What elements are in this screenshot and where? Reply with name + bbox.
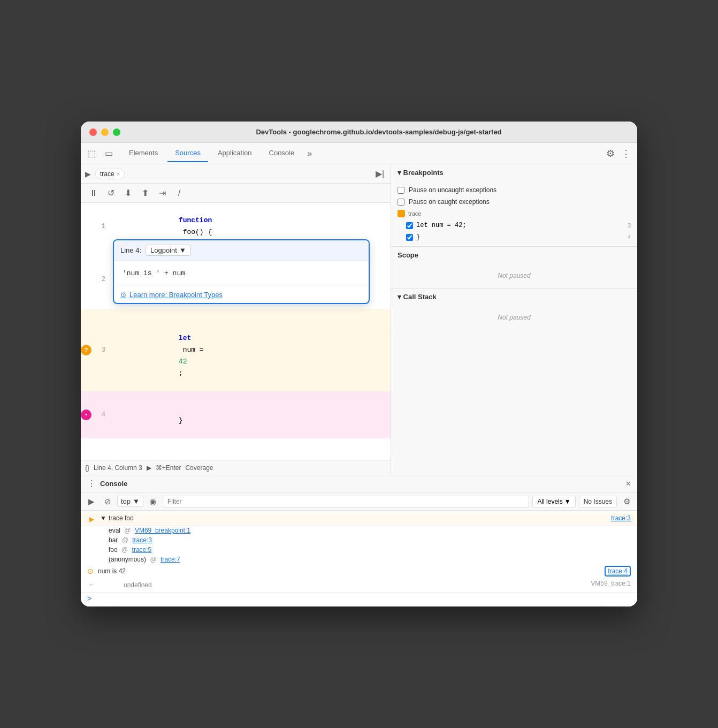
mobile-icon[interactable]: ▭ bbox=[102, 147, 115, 160]
console-settings-icon[interactable]: ⚙ bbox=[620, 495, 633, 508]
status-bar: {} Line 4, Column 3 ▶ ⌘+Enter Coverage bbox=[81, 460, 391, 475]
code-text-3b: ; bbox=[179, 369, 183, 377]
indent-4 bbox=[179, 405, 195, 413]
code-lines: 1 function foo() { 2 bbox=[81, 203, 391, 438]
bp-checkbox-line4[interactable] bbox=[406, 234, 413, 241]
line-num-area-3: ? 3 bbox=[81, 344, 110, 356]
console-prompt[interactable]: > bbox=[81, 593, 637, 604]
pause-caught-label: Pause on caught exceptions bbox=[409, 198, 490, 206]
pause-uncaught-checkbox[interactable] bbox=[398, 187, 404, 194]
cursor-icon[interactable]: ⬚ bbox=[85, 147, 98, 160]
trace-entry-content: ▼ trace foo bbox=[100, 514, 607, 522]
indent-3 bbox=[179, 322, 212, 330]
run-icon[interactable]: ▶ bbox=[147, 464, 151, 472]
logpoint-line-label: Line 4: bbox=[120, 246, 141, 254]
line-content-4: } bbox=[110, 391, 391, 438]
top-context-selector[interactable]: top ▼ bbox=[117, 496, 143, 507]
panel-toggle-icon[interactable]: ▶ bbox=[85, 170, 91, 178]
learn-more-icon: ⊙ bbox=[120, 291, 126, 299]
console-block-icon[interactable]: ⊘ bbox=[101, 495, 114, 508]
code-text-1: foo() { bbox=[179, 228, 212, 236]
tab-sources[interactable]: Sources bbox=[167, 145, 208, 162]
run-shortcut: ⌘+Enter bbox=[156, 464, 181, 472]
logpoint-header: Line 4: Logpoint ▼ bbox=[114, 240, 369, 261]
bp-checkbox-line3[interactable] bbox=[406, 222, 413, 229]
top-arrow: ▼ bbox=[133, 497, 140, 505]
logpoint-dropdown-arrow: ▼ bbox=[179, 246, 186, 254]
trace-label: trace foo bbox=[109, 514, 134, 522]
title-bar: DevTools - googlechrome.github.io/devtoo… bbox=[81, 122, 637, 143]
console-filter-input[interactable] bbox=[163, 496, 529, 507]
code-line-3: ? 3 let num = 42 ; bbox=[81, 309, 391, 391]
scope-title: Scope bbox=[398, 251, 418, 259]
top-nav: ⬚ ▭ Elements Sources Application Console… bbox=[81, 143, 637, 164]
resume-button[interactable]: ⇥ bbox=[156, 187, 169, 200]
result-text: num is 42 bbox=[98, 567, 126, 575]
more-options-icon[interactable]: ⋮ bbox=[621, 148, 631, 160]
line-num-area-1: 1 bbox=[81, 221, 110, 232]
close-button[interactable] bbox=[89, 128, 97, 136]
braces-icon[interactable]: {} bbox=[85, 464, 89, 472]
breakpoints-content: Pause on uncaught exceptions Pause on ca… bbox=[391, 181, 637, 246]
deactivate-button[interactable]: / bbox=[173, 187, 186, 200]
pause-caught-row: Pause on caught exceptions bbox=[398, 196, 631, 208]
tab-console[interactable]: Console bbox=[262, 145, 302, 162]
step-over-button[interactable]: ↺ bbox=[104, 187, 117, 200]
trace-link-foo[interactable]: trace:5 bbox=[132, 546, 152, 553]
window-title: DevTools - googlechrome.github.io/devtoo… bbox=[129, 128, 629, 136]
tab-application[interactable]: Application bbox=[210, 145, 259, 162]
console-undefined-entry: ← undefined VM59_trace:1 bbox=[81, 578, 637, 593]
step-into-button[interactable]: ⬇ bbox=[121, 187, 134, 200]
step-out-button[interactable]: ⬆ bbox=[139, 187, 151, 200]
trace-link-eval[interactable]: VM69_breakpoint:1 bbox=[135, 527, 190, 534]
learn-more-link[interactable]: ⊙ Learn more: Breakpoint Types bbox=[120, 291, 362, 299]
trace-link-anon[interactable]: trace:7 bbox=[161, 556, 180, 563]
pause-button[interactable]: ⏸ bbox=[87, 187, 100, 200]
bp-item-line4: } 4 bbox=[398, 231, 631, 243]
sources-toolbar: ▶ trace × ▶| bbox=[81, 164, 391, 184]
three-dots-icon[interactable]: ⋮ bbox=[87, 479, 96, 489]
tab-elements[interactable]: Elements bbox=[121, 145, 165, 162]
console-title: Console bbox=[100, 480, 127, 488]
trace-sub-anonymous: (anonymous) @ trace:7 bbox=[81, 555, 637, 564]
bp-orange-icon bbox=[398, 210, 405, 217]
console-panel-toggle[interactable]: ▶ bbox=[85, 495, 98, 508]
trace-link-bar[interactable]: trace:3 bbox=[132, 536, 152, 544]
breakpoints-header[interactable]: ▾ Breakpoints bbox=[391, 164, 637, 181]
all-levels-dropdown[interactable]: All levels ▼ bbox=[532, 496, 575, 507]
scope-header[interactable]: Scope bbox=[391, 247, 637, 263]
no-issues-button[interactable]: No Issues bbox=[579, 496, 617, 507]
sources-toolbar-right: ▶| bbox=[129, 168, 386, 180]
trace-sub-label-eval: eval bbox=[109, 527, 120, 534]
minimize-button[interactable] bbox=[101, 128, 109, 136]
settings-icon[interactable]: ⚙ bbox=[606, 148, 615, 160]
logpoint-type-dropdown[interactable]: Logpoint ▼ bbox=[146, 245, 191, 256]
trace-header[interactable]: ▼ trace foo bbox=[100, 514, 607, 522]
coverage-label[interactable]: Coverage bbox=[185, 464, 213, 472]
more-tabs-button[interactable]: » bbox=[304, 147, 315, 161]
pause-caught-checkbox[interactable] bbox=[398, 199, 404, 206]
trace-at-foo: @ bbox=[121, 546, 128, 553]
file-tab[interactable]: trace × bbox=[95, 169, 125, 179]
bp-file-item: trace bbox=[398, 208, 631, 219]
logpoint-type-label: Logpoint bbox=[150, 246, 177, 254]
sources-right-icon[interactable]: ▶| bbox=[373, 168, 386, 180]
console-eye-icon[interactable]: ◉ bbox=[147, 495, 159, 508]
call-stack-section: ▾ Call Stack Not paused bbox=[391, 289, 637, 330]
line-num-area-2: 2 bbox=[81, 274, 110, 285]
breakpoint-badge-pink[interactable]: • bbox=[81, 410, 91, 420]
trace-location[interactable]: trace:3 bbox=[611, 514, 631, 522]
call-stack-not-paused: Not paused bbox=[391, 305, 637, 330]
breakpoint-badge-orange[interactable]: ? bbox=[81, 345, 91, 355]
console-close-button[interactable]: × bbox=[626, 479, 631, 489]
console-panel: ⋮ Console × ▶ ⊘ top ▼ ◉ All levels ▼ No … bbox=[81, 475, 637, 606]
line-num-area-4: • 4 bbox=[81, 409, 110, 421]
logpoint-input[interactable] bbox=[120, 267, 362, 279]
call-stack-header[interactable]: ▾ Call Stack bbox=[391, 289, 637, 305]
result-location[interactable]: trace:4 bbox=[605, 566, 631, 577]
trace-arrow: ▼ bbox=[100, 514, 106, 522]
call-stack-title: ▾ Call Stack bbox=[398, 293, 437, 301]
maximize-button[interactable] bbox=[113, 128, 120, 136]
undefined-location[interactable]: VM59_trace:1 bbox=[591, 580, 631, 587]
file-tab-close[interactable]: × bbox=[117, 171, 120, 177]
